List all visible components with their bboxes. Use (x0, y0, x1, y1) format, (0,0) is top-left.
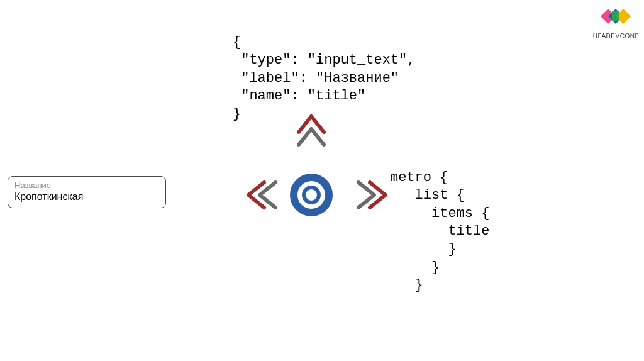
code-line: } (390, 277, 423, 293)
code-line: list { (390, 187, 465, 203)
code-line: { (233, 35, 241, 50)
field-label: Название (14, 181, 159, 190)
ring-icon (289, 173, 333, 217)
code-line: } (390, 242, 457, 257)
code-line: "name": "title" (233, 88, 365, 104)
arrow-left-icon (248, 182, 275, 208)
field-value: Кропоткинская (14, 191, 159, 203)
code-line: } (233, 106, 241, 122)
code-line: title (390, 223, 489, 239)
code-line: items { (390, 206, 489, 221)
code-line: "label": "Название" (233, 70, 399, 86)
svg-marker-5 (612, 11, 619, 21)
code-line: } (390, 260, 440, 275)
code-line: metro { (390, 170, 448, 186)
graphql-code-block: metro { list { items { title } } } (390, 151, 489, 295)
json-code-block: { "type": "input_text", "label": "Назван… (233, 16, 415, 124)
logo-mark-icon (599, 4, 632, 29)
svg-point-1 (304, 187, 319, 203)
arrow-right-icon (358, 182, 386, 208)
conference-logo: UFADEVCONF (593, 4, 639, 40)
logo-caption: UFADEVCONF (593, 33, 639, 40)
svg-point-0 (294, 177, 329, 213)
code-line: "type": "input_text", (233, 52, 415, 68)
text-input-field[interactable]: Название Кропоткинская (8, 176, 166, 208)
